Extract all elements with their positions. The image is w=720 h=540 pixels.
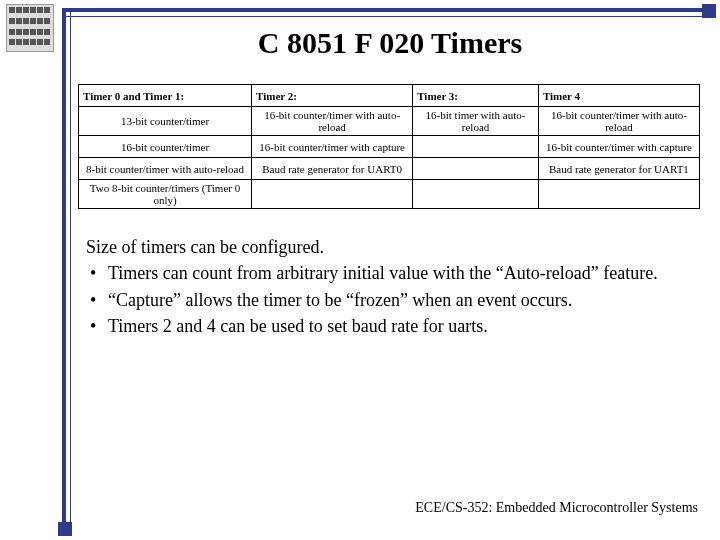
cell (538, 180, 699, 209)
frame-left-bar (62, 8, 66, 532)
cell: 16-bit counter/timer with auto-reload (538, 107, 699, 136)
cell: 13-bit counter/timer (79, 107, 252, 136)
cell: 16-bit counter/timer with capture (538, 136, 699, 158)
th-timer2: Timer 2: (252, 85, 413, 107)
footer-text: ECE/CS-352: Embedded Microcontroller Sys… (415, 500, 698, 516)
frame-left-thin (70, 8, 71, 532)
notes-block: Size of timers can be configured. Timers… (86, 235, 680, 338)
frame-top-bar (62, 8, 710, 12)
table-row: Two 8-bit counter/timers (Timer 0 only) (79, 180, 700, 209)
table-row: 8-bit counter/timer with auto-reload Bau… (79, 158, 700, 180)
cell (413, 180, 539, 209)
list-item: Timers can count from arbitrary initial … (86, 261, 680, 285)
cell (413, 158, 539, 180)
table-header-row: Timer 0 and Timer 1: Timer 2: Timer 3: T… (79, 85, 700, 107)
notes-intro: Size of timers can be configured. (86, 235, 680, 259)
cell: Two 8-bit counter/timers (Timer 0 only) (79, 180, 252, 209)
frame-top-thin (62, 16, 710, 17)
th-timer4: Timer 4 (538, 85, 699, 107)
notes-list: Timers can count from arbitrary initial … (86, 261, 680, 338)
cell: 16-bit timer with auto-reload (413, 107, 539, 136)
corner-bottom-left (58, 522, 72, 536)
cell: 8-bit counter/timer with auto-reload (79, 158, 252, 180)
cell: Baud rate generator for UART0 (252, 158, 413, 180)
list-item: Timers 2 and 4 can be used to set baud r… (86, 314, 680, 338)
table-row: 16-bit counter/timer 16-bit counter/time… (79, 136, 700, 158)
list-item: “Capture” allows the timer to be “frozen… (86, 288, 680, 312)
corner-top-right (702, 4, 716, 18)
chip-icon (6, 4, 54, 52)
th-timer3: Timer 3: (413, 85, 539, 107)
cell: 16-bit counter/timer with auto-reload (252, 107, 413, 136)
th-timer01: Timer 0 and Timer 1: (79, 85, 252, 107)
slide-title: C 8051 F 020 Timers (70, 26, 710, 60)
cell: 16-bit counter/timer with capture (252, 136, 413, 158)
cell (413, 136, 539, 158)
cell: 16-bit counter/timer (79, 136, 252, 158)
table-row: 13-bit counter/timer 16-bit counter/time… (79, 107, 700, 136)
timer-table-wrap: Timer 0 and Timer 1: Timer 2: Timer 3: T… (78, 84, 700, 209)
cell (252, 180, 413, 209)
timer-table: Timer 0 and Timer 1: Timer 2: Timer 3: T… (78, 84, 700, 209)
cell: Baud rate generator for UART1 (538, 158, 699, 180)
